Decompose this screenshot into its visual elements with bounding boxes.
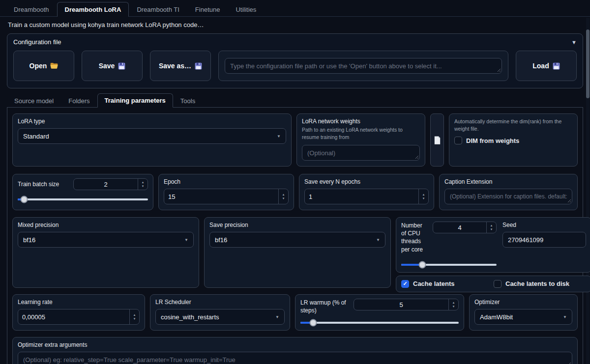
optimizer-dropdown[interactable]: AdamW8bit ▼ bbox=[474, 309, 572, 325]
dim-from-weights-checkbox-item[interactable]: ✓ DIM from weights bbox=[454, 137, 572, 144]
seed-input[interactable] bbox=[502, 232, 586, 248]
lora-type-value: Standard bbox=[23, 133, 49, 140]
lr-warmup-block: LR warmup (% of steps) ▴ ▾ bbox=[295, 294, 464, 331]
caption-extension-label: Caption Extension bbox=[444, 178, 572, 185]
tab-dreambooth-lora[interactable]: Dreambooth LoRA bbox=[57, 2, 129, 17]
config-path-input[interactable] bbox=[225, 58, 502, 74]
chevron-down-icon: ▼ bbox=[563, 315, 567, 319]
optimizer-block: Optimizer AdamW8bit ▼ bbox=[469, 294, 578, 331]
lora-type-dropdown[interactable]: Standard ▼ bbox=[18, 128, 286, 144]
load-config-button[interactable]: Load bbox=[516, 51, 577, 81]
config-path-block bbox=[218, 51, 508, 81]
optimizer-extra-arguments-label: Optimizer extra arguments bbox=[18, 341, 572, 348]
save-every-n-epochs-input[interactable] bbox=[305, 189, 418, 204]
lr-warmup-slider[interactable] bbox=[300, 319, 459, 326]
cpu-threads-slider[interactable] bbox=[401, 261, 497, 268]
caption-extension-block: Caption Extension bbox=[439, 174, 578, 210]
slider-handle[interactable] bbox=[418, 261, 426, 268]
spinner-down-icon[interactable]: ▾ bbox=[283, 196, 285, 200]
spinner-down-icon[interactable]: ▾ bbox=[134, 317, 136, 321]
lr-warmup-label: LR warmup (% of steps) bbox=[300, 299, 350, 314]
dim-from-weights-checkbox[interactable]: ✓ bbox=[454, 137, 462, 144]
accordion-header[interactable]: Configuration file ▼ bbox=[7, 34, 583, 48]
train-batch-size-spinner[interactable]: ▴ ▾ bbox=[138, 179, 148, 190]
spinner-down-icon[interactable]: ▾ bbox=[453, 305, 455, 308]
cache-latents-disk-label: Cache latents to disk bbox=[505, 280, 569, 287]
optimizer-extra-arguments-input[interactable] bbox=[18, 352, 572, 364]
chevron-down-icon: ▼ bbox=[184, 238, 188, 242]
spinner-up-icon[interactable]: ▴ bbox=[423, 193, 425, 196]
scrollbar-thumb[interactable] bbox=[586, 29, 590, 98]
lr-scheduler-label: LR Scheduler bbox=[155, 299, 285, 306]
epoch-label: Epoch bbox=[164, 178, 289, 185]
mixed-precision-block: Mixed precision bf16 ▼ bbox=[12, 217, 199, 288]
lora-type-label: LoRA type bbox=[18, 118, 286, 125]
train-batch-size-label: Train batch size bbox=[18, 181, 59, 188]
dim-from-weights-block: Automatically determine the dim(rank) fr… bbox=[449, 113, 578, 167]
cpu-threads-label: Number of CPU threads per core bbox=[401, 222, 429, 253]
spinner-up-icon[interactable]: ▴ bbox=[283, 193, 285, 196]
network-weights-label: LoRA network weights bbox=[302, 118, 420, 125]
spinner-up-icon[interactable]: ▴ bbox=[491, 224, 493, 227]
slider-handle[interactable] bbox=[21, 196, 28, 203]
tab-finetune[interactable]: Finetune bbox=[187, 2, 228, 17]
tab-folders[interactable]: Folders bbox=[61, 94, 97, 108]
cache-latents-checkbox-item[interactable]: ✓ Cache latents bbox=[401, 280, 494, 288]
lr-warmup-input[interactable] bbox=[354, 299, 448, 310]
epoch-spinner[interactable]: ▴ ▾ bbox=[278, 189, 288, 204]
cache-latents-checkbox[interactable]: ✓ bbox=[401, 280, 409, 288]
tab-tools[interactable]: Tools bbox=[173, 94, 203, 108]
learning-rate-spinner[interactable]: ▴ ▾ bbox=[129, 309, 139, 324]
collapse-accordion-icon[interactable]: ▼ bbox=[571, 39, 577, 45]
folder-icon bbox=[50, 62, 58, 69]
save-config-label: Save bbox=[99, 62, 115, 70]
settings-tabbar: Source model Folders Training parameters… bbox=[0, 93, 590, 107]
spinner-up-icon[interactable]: ▴ bbox=[453, 301, 455, 305]
spinner-up-icon[interactable]: ▴ bbox=[134, 313, 136, 317]
lr-scheduler-dropdown[interactable]: cosine_with_restarts ▼ bbox=[155, 309, 285, 325]
network-weights-input[interactable] bbox=[302, 145, 420, 161]
tab-source-model[interactable]: Source model bbox=[7, 94, 61, 108]
tab-training-parameters[interactable]: Training parameters bbox=[97, 93, 173, 108]
cache-latents-block: ✓ Cache latents ✓ Cache latents to disk bbox=[396, 276, 590, 292]
configuration-file-accordion: Configuration file ▼ Open Save Save as… bbox=[7, 33, 583, 88]
tab-dreambooth-ti[interactable]: Dreambooth TI bbox=[129, 2, 187, 17]
load-config-label: Load bbox=[532, 62, 549, 70]
cache-latents-disk-checkbox-item[interactable]: ✓ Cache latents to disk bbox=[494, 280, 586, 288]
spinner-down-icon[interactable]: ▾ bbox=[423, 196, 425, 200]
save-every-n-epochs-spinner[interactable]: ▴ ▾ bbox=[418, 189, 428, 204]
train-batch-size-block: Train batch size ▴ ▾ bbox=[12, 174, 153, 210]
optimizer-value: AdamW8bit bbox=[480, 313, 513, 321]
seed-label: Seed bbox=[502, 222, 586, 228]
open-weights-file-button[interactable] bbox=[430, 113, 444, 167]
lr-warmup-spinner[interactable]: ▴ ▾ bbox=[448, 299, 458, 310]
spinner-down-icon[interactable]: ▾ bbox=[142, 184, 144, 188]
tab-utilities[interactable]: Utilities bbox=[228, 2, 264, 17]
mixed-precision-label: Mixed precision bbox=[18, 222, 194, 228]
tab-dreambooth[interactable]: Dreambooth bbox=[6, 2, 57, 17]
cpu-threads-input[interactable] bbox=[433, 222, 486, 233]
mixed-precision-dropdown[interactable]: bf16 ▼ bbox=[18, 232, 194, 248]
learning-rate-input[interactable] bbox=[18, 309, 129, 324]
slider-handle[interactable] bbox=[309, 319, 317, 327]
chevron-down-icon: ▼ bbox=[376, 238, 380, 242]
cpu-threads-spinner[interactable]: ▴ ▾ bbox=[486, 222, 496, 233]
save-config-button[interactable]: Save bbox=[82, 51, 143, 81]
lora-type-block: LoRA type Standard ▼ bbox=[12, 113, 292, 167]
page-description: Train a custom model using kohya train n… bbox=[0, 17, 590, 31]
save-as-config-button[interactable]: Save as… bbox=[150, 51, 211, 81]
floppy-disk-icon bbox=[195, 62, 202, 70]
save-precision-dropdown[interactable]: bf16 ▼ bbox=[209, 232, 385, 248]
spinner-up-icon[interactable]: ▴ bbox=[142, 180, 144, 184]
train-batch-size-input[interactable] bbox=[74, 179, 138, 190]
epoch-input[interactable] bbox=[164, 189, 278, 204]
save-precision-block: Save precision bf16 ▼ bbox=[204, 217, 391, 288]
cache-latents-label: Cache latents bbox=[413, 280, 455, 287]
train-batch-size-slider[interactable] bbox=[18, 196, 148, 203]
open-config-label: Open bbox=[30, 62, 47, 70]
caption-extension-input[interactable] bbox=[444, 189, 572, 204]
open-config-button[interactable]: Open bbox=[13, 51, 74, 81]
spinner-down-icon[interactable]: ▾ bbox=[491, 227, 493, 231]
accordion-body: Open Save Save as… bbox=[7, 48, 583, 88]
cache-latents-disk-checkbox[interactable]: ✓ bbox=[494, 280, 502, 288]
